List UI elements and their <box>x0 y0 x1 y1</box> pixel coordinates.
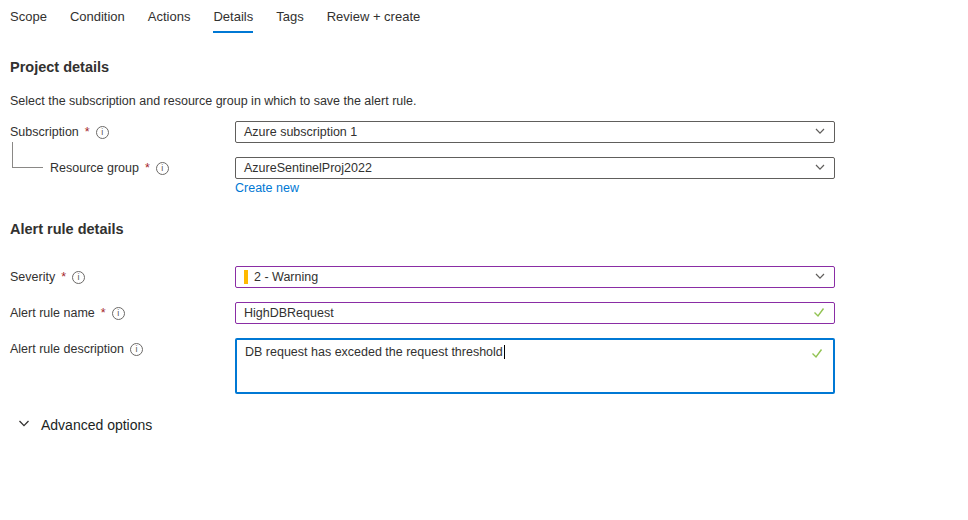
required-asterisk: * <box>101 306 106 320</box>
required-asterisk: * <box>61 270 66 284</box>
tab-actions[interactable]: Actions <box>148 9 191 33</box>
alert-rule-details-heading: Alert rule details <box>10 221 124 237</box>
severity-label: Severity <box>10 270 55 284</box>
subscription-label: Subscription <box>10 125 79 139</box>
severity-warning-color-bar <box>244 270 248 284</box>
project-details-heading: Project details <box>10 59 109 75</box>
alert-rule-description-textarea[interactable]: DB request has exceded the request thres… <box>235 338 835 394</box>
tab-tags[interactable]: Tags <box>276 9 303 33</box>
tab-scope[interactable]: Scope <box>10 9 47 33</box>
info-icon[interactable]: i <box>112 307 125 320</box>
chevron-down-icon <box>814 125 826 140</box>
create-alert-rule-details-page: Scope Condition Actions Details Tags Rev… <box>0 0 968 520</box>
severity-dropdown[interactable]: 2 - Warning <box>235 266 835 288</box>
wizard-tab-bar: Scope Condition Actions Details Tags Rev… <box>10 9 420 33</box>
alert-rule-description-row: Alert rule description i DB request has … <box>0 338 968 394</box>
advanced-options-toggle[interactable]: Advanced options <box>17 416 152 434</box>
tab-review-create[interactable]: Review + create <box>327 9 421 33</box>
alert-rule-name-label: Alert rule name <box>10 306 95 320</box>
resource-group-label: Resource group <box>50 161 139 175</box>
project-details-description: Select the subscription and resource gro… <box>10 94 416 108</box>
subscription-value: Azure subscription 1 <box>244 125 357 139</box>
info-icon[interactable]: i <box>156 162 169 175</box>
alert-rule-name-value: HighDBRequest <box>244 306 334 320</box>
severity-value: 2 - Warning <box>254 270 318 284</box>
create-new-link[interactable]: Create new <box>235 181 299 195</box>
valid-check-icon <box>812 305 826 322</box>
subscription-label-group: Subscription * i <box>10 121 109 143</box>
text-cursor-caret <box>504 345 505 359</box>
chevron-down-icon <box>814 161 826 176</box>
required-asterisk: * <box>85 125 90 139</box>
tab-condition[interactable]: Condition <box>70 9 125 33</box>
alert-rule-name-label-group: Alert rule name * i <box>10 302 125 324</box>
required-asterisk: * <box>145 161 150 175</box>
severity-row: Severity * i 2 - Warning <box>0 266 968 288</box>
chevron-down-icon <box>814 270 826 285</box>
info-icon[interactable]: i <box>72 271 85 284</box>
chevron-down-icon <box>17 416 31 434</box>
alert-rule-name-input[interactable]: HighDBRequest <box>235 302 835 324</box>
info-icon[interactable]: i <box>130 343 143 356</box>
alert-rule-description-value: DB request has exceded the request thres… <box>245 345 503 359</box>
resource-group-label-group: Resource group * i <box>50 157 169 179</box>
subscription-row: Subscription * i Azure subscription 1 <box>0 121 968 143</box>
alert-rule-description-label: Alert rule description <box>10 342 124 356</box>
tab-details[interactable]: Details <box>213 9 253 33</box>
advanced-options-label: Advanced options <box>41 417 152 433</box>
resource-group-row: Resource group * i AzureSentinelProj2022 <box>0 157 968 179</box>
alert-rule-description-label-group: Alert rule description i <box>10 338 143 360</box>
resource-group-dropdown[interactable]: AzureSentinelProj2022 <box>235 157 835 179</box>
valid-check-icon <box>810 346 824 363</box>
alert-rule-name-row: Alert rule name * i HighDBRequest <box>0 302 968 324</box>
resource-group-value: AzureSentinelProj2022 <box>244 161 372 175</box>
subscription-dropdown[interactable]: Azure subscription 1 <box>235 121 835 143</box>
severity-label-group: Severity * i <box>10 266 85 288</box>
info-icon[interactable]: i <box>96 126 109 139</box>
